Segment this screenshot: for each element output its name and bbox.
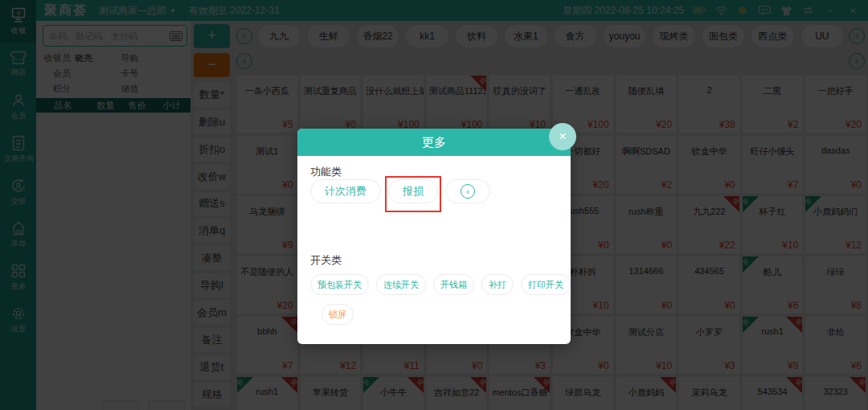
highlight-annotation-box	[385, 176, 441, 212]
chevron-left-icon: ‹	[461, 184, 475, 199]
switch-button-连续开关[interactable]: 连续开关	[376, 274, 426, 295]
switch-section-label: 开关类	[310, 253, 558, 268]
close-icon[interactable]: ×	[549, 123, 576, 150]
switch-button-开钱箱[interactable]: 开钱箱	[433, 274, 474, 295]
more-modal: 更多 × 功能类 计次消费报损‹ 开关类 预包装开关连续开关开钱箱补打打印开关 …	[297, 129, 571, 344]
collapse-functions-button[interactable]: ‹	[445, 179, 490, 203]
switch-button-打印开关[interactable]: 打印开关	[521, 274, 571, 295]
modal-title: 更多	[422, 135, 446, 150]
function-button-报损[interactable]: 报损	[388, 179, 438, 203]
lock-screen-button[interactable]: 锁屏	[321, 304, 354, 325]
modal-header: 更多 ×	[297, 129, 571, 156]
switch-button-补打[interactable]: 补打	[481, 274, 514, 295]
function-button-计次消费[interactable]: 计次消费	[310, 179, 381, 203]
pos-app: ¥收银网店会员交易查询交班库存更多设置 聚商荟 测试商家—总部 ▼ 有效期至 2…	[0, 0, 868, 410]
switch-button-预包装开关[interactable]: 预包装开关	[310, 274, 369, 295]
function-section-label: 功能类	[310, 165, 558, 179]
